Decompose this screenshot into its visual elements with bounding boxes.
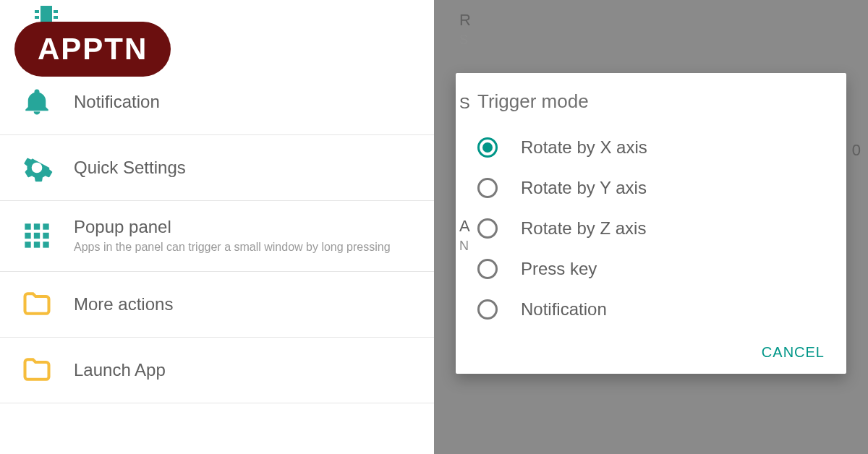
dialog-title: Trigger mode <box>456 90 846 127</box>
menu-subtitle: Apps in the panel can trigger a small wi… <box>74 240 391 255</box>
radio-press-key[interactable]: Press key <box>456 249 846 289</box>
svg-rect-0 <box>41 6 52 23</box>
bg-text: S <box>459 94 470 113</box>
svg-rect-10 <box>43 233 48 239</box>
radio-notification[interactable]: Notification <box>456 289 846 330</box>
svg-rect-13 <box>43 242 48 248</box>
menu-item-quick-settings[interactable]: Quick Settings <box>0 135 434 201</box>
bg-text: N <box>459 239 469 254</box>
menu-item-launch-app[interactable]: Launch App <box>0 338 434 403</box>
radio-icon <box>477 218 498 239</box>
radio-label: Notification <box>521 299 607 320</box>
left-panel: APPTN Notification Quick Settings <box>0 0 434 454</box>
radio-rotate-y[interactable]: Rotate by Y axis <box>456 168 846 208</box>
menu-title: More actions <box>74 294 173 314</box>
dialog-actions: CANCEL <box>456 330 846 361</box>
radio-label: Rotate by Z axis <box>521 218 646 239</box>
svg-rect-11 <box>25 242 30 248</box>
folder-icon <box>20 354 54 387</box>
menu-title: Notification <box>74 92 160 112</box>
radio-label: Rotate by Y axis <box>521 178 647 198</box>
svg-rect-1 <box>35 10 39 13</box>
svg-rect-4 <box>54 16 58 19</box>
bg-text: 0 <box>852 141 861 160</box>
brand-badge: APPTN <box>14 22 171 77</box>
svg-rect-3 <box>54 10 58 13</box>
folder-icon <box>20 288 54 321</box>
menu-title: Quick Settings <box>74 158 186 178</box>
radio-icon <box>477 137 498 158</box>
bg-text: R <box>459 11 471 30</box>
svg-rect-5 <box>25 224 30 230</box>
menu-item-more-actions[interactable]: More actions <box>0 272 434 338</box>
radio-icon <box>477 299 498 320</box>
bg-text: A <box>459 217 470 236</box>
right-panel: R S S A N 0 Trigger mode Rotate by X axi… <box>434 0 868 454</box>
svg-rect-6 <box>34 224 40 230</box>
svg-rect-12 <box>34 242 40 248</box>
radio-rotate-z[interactable]: Rotate by Z axis <box>456 208 846 249</box>
trigger-mode-dialog: Trigger mode Rotate by X axis Rotate by … <box>456 73 846 374</box>
menu-title: Launch App <box>74 360 166 380</box>
cancel-button[interactable]: CANCEL <box>762 344 825 361</box>
menu-title: Popup panel <box>74 217 391 237</box>
gear-icon <box>20 151 54 184</box>
svg-rect-8 <box>25 233 30 239</box>
svg-rect-9 <box>34 233 40 239</box>
radio-icon <box>477 259 498 279</box>
radio-label: Press key <box>521 259 597 279</box>
radio-icon <box>477 178 498 198</box>
bell-icon <box>20 85 54 119</box>
radio-label: Rotate by X axis <box>521 137 647 158</box>
menu-item-popup-panel[interactable]: Popup panel Apps in the panel can trigge… <box>0 201 434 272</box>
menu-item-notification[interactable]: Notification <box>0 69 434 135</box>
svg-rect-2 <box>35 16 39 19</box>
radio-rotate-x[interactable]: Rotate by X axis <box>456 127 846 168</box>
bg-text: S <box>459 33 468 48</box>
svg-rect-7 <box>43 224 48 230</box>
grid-icon <box>20 219 54 252</box>
